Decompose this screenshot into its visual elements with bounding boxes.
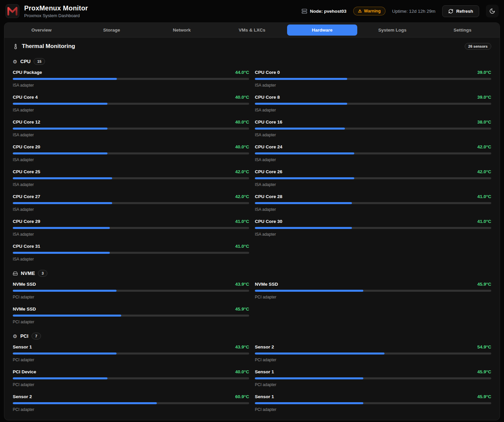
sensor-adapter: ISA adapter xyxy=(13,207,249,212)
sensor-temperature: 42.0°C xyxy=(235,169,249,174)
sensors-count-badge: 26 sensors xyxy=(465,43,491,50)
sensor-name: CPU Core 0 xyxy=(255,70,280,75)
sensor-temperature: 42.0°C xyxy=(477,144,491,149)
thermometer-icon xyxy=(13,44,18,49)
sensor-name: CPU Core 25 xyxy=(13,169,40,174)
sensor-adapter: ISA adapter xyxy=(13,182,249,187)
sensor-card-header: CPU Core 2442.0°C xyxy=(255,144,491,149)
section-count-badge: 3 xyxy=(38,270,47,277)
sensor-card: CPU Core 2941.0°CISA adapter xyxy=(13,219,249,237)
temperature-bar-track xyxy=(13,202,249,204)
sensor-card-header: Sensor 260.9°C xyxy=(13,394,249,399)
sensor-temperature: 42.0°C xyxy=(477,169,491,174)
refresh-button[interactable]: Refresh xyxy=(442,5,479,17)
sensor-card: NVMe SSD45.9°CPCI adapter xyxy=(13,307,249,324)
sensor-temperature: 45.9°C xyxy=(477,369,491,374)
sensor-card: Sensor 260.9°CPCI adapter xyxy=(13,394,249,412)
temperature-bar-fill xyxy=(13,290,117,292)
sensor-temperature: 41.0°C xyxy=(477,194,491,199)
sensor-card-header: CPU Core 3041.0°C xyxy=(255,219,491,224)
temperature-bar-track xyxy=(13,128,249,130)
sensor-adapter: PCI adapter xyxy=(13,320,249,324)
sensor-card: CPU Core 3041.0°CISA adapter xyxy=(255,219,491,237)
sensor-card: CPU Core 1240.0°CISA adapter xyxy=(13,120,249,137)
sensor-adapter: PCI adapter xyxy=(13,295,249,299)
sensor-card: Sensor 145.9°CPCI adapter xyxy=(255,394,491,412)
temperature-bar-fill xyxy=(255,353,384,355)
section-header: NVME3 xyxy=(13,270,491,277)
warning-label: Warning xyxy=(364,9,381,13)
tab-vms-lxcs[interactable]: VMs & LXCs xyxy=(217,25,287,36)
sensor-name: CPU Core 29 xyxy=(13,219,40,224)
temperature-bar-fill xyxy=(255,103,347,105)
tab-network[interactable]: Network xyxy=(147,25,217,36)
sensor-card: CPU Core 2841.0°CISA adapter xyxy=(255,194,491,212)
temperature-bar-fill xyxy=(13,128,107,130)
tab-settings[interactable]: Settings xyxy=(427,25,498,36)
sensor-name: CPU Package xyxy=(13,70,42,75)
sensor-temperature: 39.0°C xyxy=(477,70,491,75)
sensor-name: Sensor 2 xyxy=(255,344,274,349)
sensor-adapter: ISA adapter xyxy=(13,257,249,262)
tab-hardware[interactable]: Hardware xyxy=(287,25,357,36)
temperature-bar-track xyxy=(255,78,491,80)
sensor-adapter: PCI adapter xyxy=(255,407,491,412)
warning-badge[interactable]: ⚠ Warning xyxy=(353,7,385,15)
sensor-temperature: 40.0°C xyxy=(235,144,249,149)
temperature-bar-fill xyxy=(13,402,157,404)
server-icon xyxy=(302,8,307,14)
sensor-card: CPU Core 2442.0°CISA adapter xyxy=(255,144,491,162)
uptime-label: Uptime: 12d 12h 29m xyxy=(392,9,436,14)
refresh-label: Refresh xyxy=(456,9,473,14)
sensor-adapter: PCI adapter xyxy=(13,382,249,387)
sensor-card: Sensor 254.9°CPCI adapter xyxy=(255,344,491,362)
sensor-card-header: NVMe SSD45.9°C xyxy=(255,282,491,287)
temperature-bar-track xyxy=(13,78,249,80)
temperature-bar-track xyxy=(13,177,249,179)
tab-storage[interactable]: Storage xyxy=(77,25,147,36)
sensor-card: CPU Core 2642.0°CISA adapter xyxy=(255,169,491,187)
sensor-name: NVMe SSD xyxy=(13,282,36,287)
sensor-name: CPU Core 16 xyxy=(255,120,282,125)
sensor-adapter: ISA adapter xyxy=(255,182,491,187)
tab-system-logs[interactable]: System Logs xyxy=(357,25,427,36)
sensor-card-header: CPU Core 2642.0°C xyxy=(255,169,491,174)
tab-overview[interactable]: Overview xyxy=(6,25,77,36)
temperature-bar-fill xyxy=(255,202,352,204)
sensor-card: NVMe SSD45.9°CPCI adapter xyxy=(255,282,491,299)
sensor-card-header: Sensor 145.9°C xyxy=(255,369,491,374)
sensor-adapter: PCI adapter xyxy=(13,358,249,362)
sensor-adapter: PCI adapter xyxy=(255,382,491,387)
sensor-adapter: PCI adapter xyxy=(255,295,491,299)
temperature-bar-track xyxy=(13,252,249,254)
sensor-name: Sensor 1 xyxy=(13,344,32,349)
sensor-card: CPU Core 440.0°CISA adapter xyxy=(13,95,249,112)
sensor-card: Sensor 145.9°CPCI adapter xyxy=(255,369,491,387)
sensor-card: Sensor 143.9°CPCI adapter xyxy=(13,344,249,362)
sensor-card: CPU Core 2542.0°CISA adapter xyxy=(13,169,249,187)
pci-icon: ⚙ xyxy=(13,334,17,339)
temperature-bar-fill xyxy=(13,227,110,229)
thermal-header: Thermal Monitoring 26 sensors xyxy=(13,43,491,50)
sensor-name: CPU Core 31 xyxy=(13,244,40,249)
sensor-adapter: ISA adapter xyxy=(255,207,491,212)
sensor-card-header: CPU Core 2941.0°C xyxy=(13,219,249,224)
sensor-temperature: 45.9°C xyxy=(235,307,249,312)
temperature-bar-fill xyxy=(13,315,121,317)
temperature-bar-fill xyxy=(255,78,347,80)
temperature-bar-track xyxy=(13,103,249,105)
sensor-name: CPU Core 27 xyxy=(13,194,40,199)
sensor-card-header: Sensor 254.9°C xyxy=(255,344,491,349)
sensor-temperature: 41.0°C xyxy=(477,219,491,224)
temperature-bar-track xyxy=(255,290,491,292)
theme-toggle-button[interactable] xyxy=(486,5,499,17)
sensor-name: CPU Core 24 xyxy=(255,144,282,149)
sensor-card-header: NVMe SSD43.9°C xyxy=(13,282,249,287)
temperature-bar-fill xyxy=(13,252,110,254)
refresh-icon xyxy=(448,9,453,14)
sensor-temperature: 40.0°C xyxy=(235,95,249,100)
sensor-card-header: CPU Core 440.0°C xyxy=(13,95,249,100)
temperature-bar-track xyxy=(255,128,491,130)
app-title: ProxMenux Monitor xyxy=(24,4,88,12)
temperature-bar-fill xyxy=(255,402,363,404)
